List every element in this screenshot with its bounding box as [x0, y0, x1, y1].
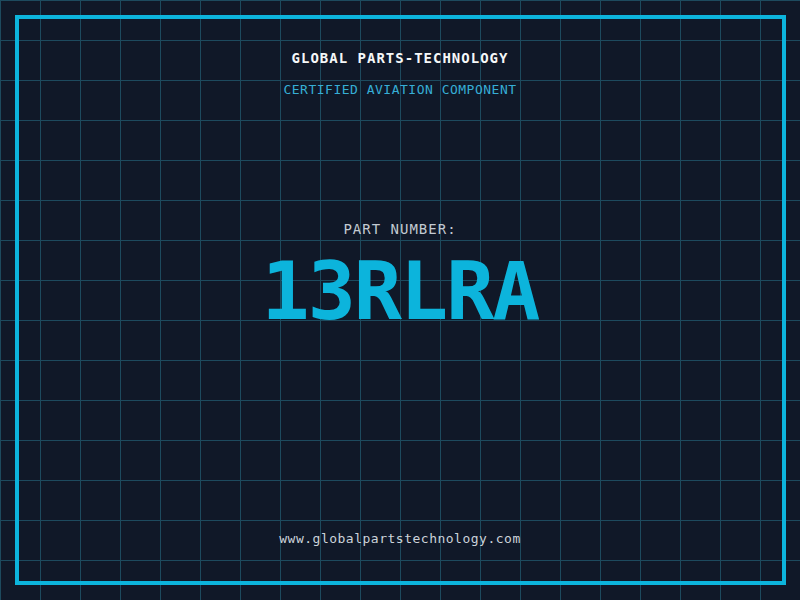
part-number-value: 13RLRA: [0, 252, 800, 332]
part-number-label: PART NUMBER:: [0, 221, 800, 237]
website-url: www.globalpartstechnology.com: [0, 531, 800, 546]
company-title: GLOBAL PARTS-TECHNOLOGY: [0, 50, 800, 66]
certification-subtitle: CERTIFIED AVIATION COMPONENT: [0, 82, 800, 97]
part-display-screen: GLOBAL PARTS-TECHNOLOGY CERTIFIED AVIATI…: [0, 0, 800, 600]
